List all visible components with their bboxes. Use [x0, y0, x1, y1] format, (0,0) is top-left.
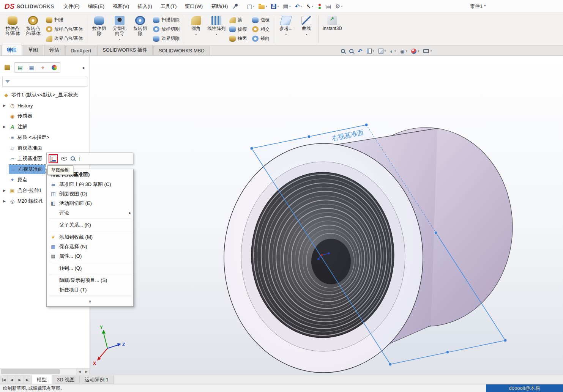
print-button[interactable]: ▾	[281, 2, 292, 11]
tab-evaluate[interactable]: 评估	[44, 45, 65, 55]
section-view-button[interactable]: ▾	[367, 49, 374, 54]
menu-item-3d-sketch-on-plane[interactable]: 基准面上的 3D 草图 (C)	[47, 179, 133, 189]
edit-appearance-button[interactable]: ▾	[411, 49, 419, 54]
tab-features[interactable]: 特征	[2, 45, 22, 55]
boundary-boss-button[interactable]: 边界凸台/基体	[45, 34, 84, 43]
chevron-down-icon[interactable]: ▾	[119, 37, 120, 42]
tree-root-part[interactable]: 零件1 (默认<<默认>_显示状态	[0, 90, 90, 100]
view-settings-button[interactable]: ▾	[423, 49, 432, 53]
graphics-area[interactable]: 右视基准面 Y Z X	[90, 56, 563, 375]
extruded-cut-button[interactable]: 拉伸切 除	[89, 14, 109, 44]
chevron-down-icon[interactable]: ▾	[195, 32, 197, 37]
view-orientation-button[interactable]: ▾	[378, 49, 386, 54]
plane-handle[interactable]	[434, 231, 437, 234]
lofted-cut-button[interactable]: 放样切割	[152, 25, 181, 34]
filter-input[interactable]	[13, 79, 84, 84]
scrollbar-track[interactable]	[0, 368, 76, 375]
open-document-button[interactable]: ▾	[257, 3, 268, 10]
scroll-left-button[interactable]: ◀	[76, 368, 83, 375]
expand-arrow-icon[interactable]: ▶	[3, 104, 7, 107]
options-button[interactable]: ▾	[334, 2, 344, 11]
mirror-button[interactable]: 镜向	[251, 34, 271, 43]
menu-window[interactable]: 窗口(W)	[181, 0, 207, 13]
zoom-area-button[interactable]	[349, 49, 353, 53]
menu-file[interactable]: 文件(F)	[59, 0, 84, 13]
plane-handle[interactable]	[308, 135, 311, 138]
model-canvas[interactable]: 右视基准面 Y Z X	[90, 56, 563, 375]
display-manager-tab[interactable]	[49, 63, 60, 72]
reference-geometry-button[interactable]: 参考... ▾	[276, 14, 296, 44]
menu-item-hide-show-tree-items[interactable]: 隐藏/显示树项目... (S)	[47, 276, 133, 285]
fillet-button[interactable]: 圆角 ▾	[186, 14, 206, 44]
menu-insert[interactable]: 插入(I)	[133, 0, 156, 13]
chevron-down-icon[interactable]: ▾	[306, 32, 307, 37]
expand-arrow-icon[interactable]: ▶	[3, 199, 7, 203]
intersect-button[interactable]: 相交	[251, 25, 271, 34]
menu-view[interactable]: 视图(V)	[109, 0, 133, 13]
menu-item-go-to[interactable]: 转到... (Q)	[47, 263, 133, 273]
menu-item-properties[interactable]: 属性... (O)	[47, 251, 133, 261]
curves-button[interactable]: 曲线 ▾	[296, 14, 317, 44]
previous-view-button[interactable]	[358, 48, 363, 55]
feature-manager-tab[interactable]	[2, 63, 13, 72]
dimxpert-manager-tab[interactable]	[37, 63, 49, 72]
panel-horizontal-scrollbar[interactable]: ◀ ▶	[0, 368, 90, 375]
hole-wizard-button[interactable]: 异型孔 向导 ▾	[109, 14, 130, 44]
configuration-manager-tab[interactable]	[26, 63, 37, 72]
select-button[interactable]: ▾	[304, 2, 315, 11]
swept-boss-button[interactable]: 扫描	[45, 16, 84, 24]
panel-expand-arrow-icon[interactable]: ►	[80, 66, 88, 70]
zoom-to-selection-button[interactable]	[71, 156, 75, 161]
next-tab-button[interactable]: ▶	[16, 375, 24, 384]
revolved-cut-button[interactable]: 旋转切 除	[130, 14, 150, 44]
expand-arrow-icon[interactable]: ▶	[3, 125, 7, 129]
first-tab-button[interactable]: |◀	[0, 375, 8, 384]
menu-item-section-view[interactable]: 剖面视图 (D)	[47, 189, 133, 198]
swept-cut-button[interactable]: 扫描切除	[152, 16, 181, 24]
display-style-button[interactable]: ▾	[390, 48, 396, 55]
tree-item-material[interactable]: 材质 <未指定>	[0, 132, 90, 143]
chevron-down-icon[interactable]: ▾	[216, 32, 217, 37]
instant3d-button[interactable]: Instant3D	[320, 14, 344, 44]
rib-button[interactable]: 筋	[228, 16, 248, 24]
tab-solidworks-addins[interactable]: SOLIDWORKS 插件	[97, 45, 153, 55]
tab-model[interactable]: 模型	[32, 375, 52, 384]
menu-edit[interactable]: 编辑(E)	[84, 0, 109, 13]
show-hide-button[interactable]	[78, 155, 81, 162]
menu-help[interactable]: 帮助(H)	[207, 0, 232, 13]
shell-button[interactable]: 抽壳	[228, 34, 248, 43]
extruded-boss-button[interactable]: 拉伸凸 台/基体	[2, 14, 23, 44]
tab-3d-views[interactable]: 3D 视图	[52, 375, 80, 384]
tab-motion-study[interactable]: 运动算例 1	[80, 375, 114, 384]
tab-solidworks-mbd[interactable]: SOLIDWORKS MBD	[153, 46, 210, 55]
menu-tools[interactable]: 工具(T)	[156, 0, 181, 13]
scrollbar-thumb[interactable]	[1, 369, 60, 374]
sketch-button[interactable]	[50, 156, 56, 162]
menu-item-save-selection[interactable]: 保存选择 (N)	[47, 242, 133, 251]
zoom-fit-button[interactable]	[341, 49, 345, 53]
menu-item-comment[interactable]: 评论 ▸	[47, 208, 133, 217]
draft-button[interactable]: 拔模	[228, 25, 248, 34]
tree-item-annotations[interactable]: ▶ 注解	[0, 121, 90, 132]
property-manager-tab[interactable]	[14, 63, 26, 72]
menu-expand-chevron[interactable]: ∨	[47, 297, 133, 305]
tab-dimxpert[interactable]: DimXpert	[65, 46, 96, 55]
pin-menu-icon[interactable]	[235, 3, 238, 7]
tree-item-front-plane[interactable]: 前视基准面	[0, 143, 90, 153]
previous-tab-button[interactable]: ◀	[8, 375, 16, 384]
revolved-boss-button[interactable]: 旋转凸 台/基体	[23, 14, 43, 44]
tree-item-history[interactable]: ▶ History	[0, 100, 90, 111]
chevron-down-icon[interactable]: ▾	[285, 32, 287, 37]
boundary-cut-button[interactable]: 边界切除	[152, 34, 181, 43]
last-tab-button[interactable]: ▶|	[24, 375, 32, 384]
undo-button[interactable]: ▾	[293, 2, 304, 11]
plane-handle[interactable]	[504, 339, 507, 342]
plane-handle[interactable]	[365, 123, 368, 126]
expand-arrow-icon[interactable]: ▶	[3, 189, 7, 192]
plane-handle[interactable]	[446, 351, 449, 354]
tab-sketch[interactable]: 草图	[23, 45, 43, 55]
new-document-button[interactable]: ▾	[245, 2, 256, 11]
wrap-button[interactable]: 包覆	[251, 16, 271, 24]
menu-item-live-section-plane[interactable]: 活动剖切面 (E)	[47, 198, 133, 208]
file-properties-button[interactable]	[325, 2, 333, 11]
